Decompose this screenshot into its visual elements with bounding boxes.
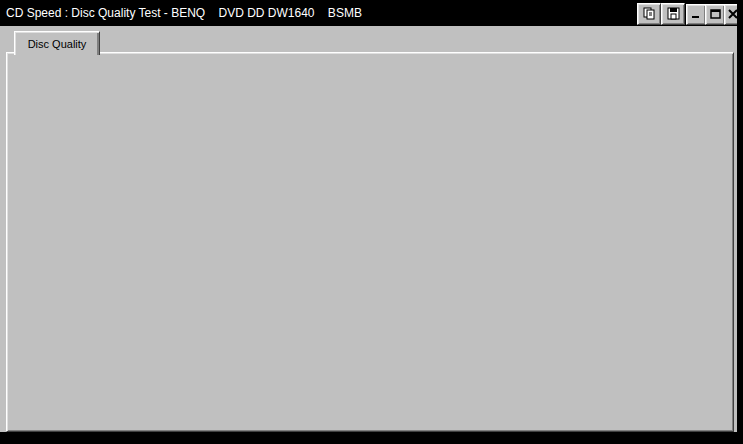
maximize-button[interactable] bbox=[705, 4, 725, 25]
cd-speed-window: CD Speed : Disc Quality Test - BENQ DVD … bbox=[0, 0, 743, 444]
minimize-icon bbox=[691, 9, 701, 21]
tab-page bbox=[6, 52, 734, 432]
minimize-button[interactable] bbox=[686, 4, 706, 25]
tab-disc-quality[interactable]: Disc Quality bbox=[14, 31, 100, 55]
window-title: CD Speed : Disc Quality Test - BENQ DVD … bbox=[6, 6, 362, 20]
window-bottom-edge bbox=[0, 432, 743, 444]
window-right-edge bbox=[737, 0, 743, 444]
title-bar: CD Speed : Disc Quality Test - BENQ DVD … bbox=[0, 0, 743, 26]
tab-label: Disc Quality bbox=[28, 38, 87, 50]
copy-icon bbox=[643, 7, 656, 22]
copy-button[interactable] bbox=[637, 3, 661, 25]
maximize-icon bbox=[710, 9, 721, 21]
save-icon bbox=[667, 7, 680, 22]
save-button[interactable] bbox=[661, 3, 685, 25]
